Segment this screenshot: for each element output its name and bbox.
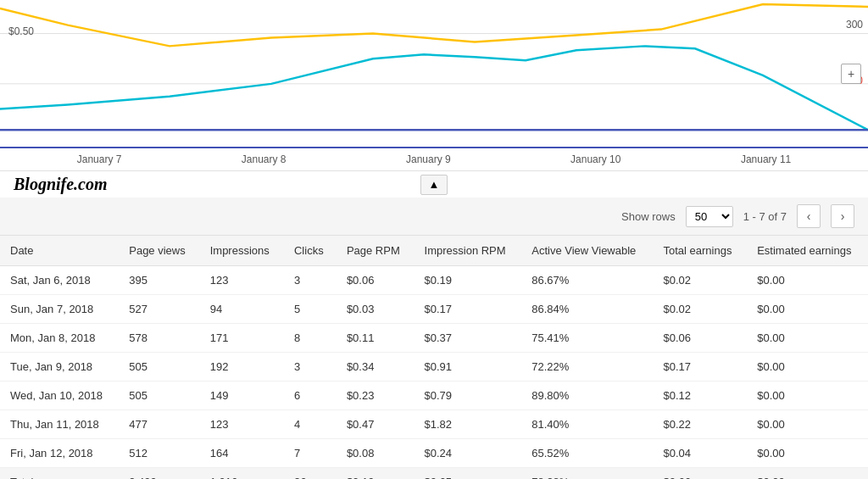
table-cell-0-4: $0.06	[337, 266, 415, 295]
table-cell-4-4: $0.23	[337, 382, 415, 410]
col-header-pageviews: Page views	[119, 236, 199, 266]
table-cell-3-0: Tue, Jan 9, 2018	[0, 353, 119, 382]
table-cell-3-6: 72.22%	[521, 353, 653, 382]
table-cell-3-4: $0.34	[337, 353, 415, 382]
table-cell-1-6: 86.84%	[521, 295, 653, 324]
table-cell-3-3: 3	[284, 353, 337, 382]
table-cell-4-2: 149	[200, 382, 284, 410]
table-cell-0-6: 86.67%	[521, 266, 653, 295]
x-axis-label-jan7: January 7	[77, 153, 122, 165]
table-cell-3-1: 505	[119, 353, 199, 382]
table-cell-4-0: Wed, Jan 10, 2018	[0, 382, 119, 410]
table-cell-6-4: $0.08	[337, 439, 415, 468]
totals-cell-3: 36	[284, 468, 337, 480]
table-row: Wed, Jan 10, 20185051496$0.23$0.7989.80%…	[0, 382, 868, 410]
data-table: Date Page views Impressions Clicks Page …	[0, 236, 868, 479]
table-row: Tue, Jan 9, 20185051923$0.34$0.9172.22%$…	[0, 353, 868, 382]
x-axis-label-jan11: January 11	[741, 153, 791, 165]
x-axis-labels: January 7 January 8 January 9 January 10…	[0, 148, 868, 171]
chart-svg	[0, 0, 868, 147]
table-cell-0-8: $0.00	[747, 266, 868, 295]
col-header-estimatedearnings: Estimated earnings	[747, 236, 868, 266]
table-cell-0-5: $0.19	[415, 266, 522, 295]
col-header-clicks: Clicks	[284, 236, 337, 266]
table-cell-5-0: Thu, Jan 11, 2018	[0, 410, 119, 439]
totals-cell-4: $0.19	[337, 468, 415, 480]
table-cell-5-1: 477	[119, 410, 199, 439]
table-cell-1-8: $0.00	[747, 295, 868, 324]
totals-cell-0: Totals	[0, 468, 119, 480]
table-cell-3-7: $0.17	[653, 353, 747, 382]
table-cell-4-1: 505	[119, 382, 199, 410]
table-row: Sat, Jan 6, 20183951233$0.06$0.1986.67%$…	[0, 266, 868, 295]
table-cell-6-8: $0.00	[747, 439, 868, 468]
table-cell-4-7: $0.12	[653, 382, 747, 410]
table-cell-2-5: $0.37	[415, 324, 522, 353]
totals-cell-5: $0.65	[415, 468, 522, 480]
table-cell-6-2: 164	[200, 439, 284, 468]
col-header-activeview: Active View Viewable	[521, 236, 653, 266]
data-table-container: Date Page views Impressions Clicks Page …	[0, 236, 868, 479]
col-header-date: Date	[0, 236, 119, 266]
table-cell-4-8: $0.00	[747, 382, 868, 410]
pagination-next-button[interactable]: ›	[831, 204, 854, 228]
table-cell-5-6: 81.40%	[521, 410, 653, 439]
table-cell-5-2: 123	[200, 410, 284, 439]
table-cell-0-0: Sat, Jan 6, 2018	[0, 266, 119, 295]
pagination-prev-button[interactable]: ‹	[797, 204, 821, 228]
y-axis-label-left: $0.50	[8, 25, 34, 37]
totals-cell-1: 3,499	[119, 468, 199, 480]
y-axis-label-right-300: 300	[846, 19, 863, 31]
brand-title: Blognife.com	[14, 175, 108, 194]
table-cell-6-0: Fri, Jan 12, 2018	[0, 439, 119, 468]
expand-button[interactable]: ▲	[420, 175, 448, 195]
table-row: Mon, Jan 8, 20185781718$0.11$0.3775.41%$…	[0, 324, 868, 353]
table-cell-5-4: $0.47	[337, 410, 415, 439]
totals-cell-7: $0.66	[653, 468, 747, 480]
chart-area: $0.50 300 150 +	[0, 0, 868, 148]
table-cell-6-7: $0.04	[653, 439, 747, 468]
table-cell-3-2: 192	[200, 353, 284, 382]
show-rows-label: Show rows	[621, 210, 676, 223]
table-cell-2-4: $0.11	[337, 324, 415, 353]
table-cell-6-3: 7	[284, 439, 337, 468]
table-cell-1-0: Sun, Jan 7, 2018	[0, 295, 119, 324]
col-header-impressions: Impressions	[200, 236, 284, 266]
x-axis-label-jan9: January 9	[406, 153, 451, 165]
branding-bar: Blognife.com ▲	[0, 171, 868, 198]
table-cell-2-1: 578	[119, 324, 199, 353]
table-cell-1-5: $0.17	[415, 295, 522, 324]
table-cell-6-1: 512	[119, 439, 199, 468]
table-toolbar: Show rows 50 25 100 1 - 7 of 7 ‹ ›	[0, 198, 868, 236]
table-cell-0-2: 123	[200, 266, 284, 295]
table-cell-2-3: 8	[284, 324, 337, 353]
table-cell-4-6: 89.80%	[521, 382, 653, 410]
totals-cell-6: 78.38%	[521, 468, 653, 480]
table-cell-0-7: $0.02	[653, 266, 747, 295]
chart-plus-button[interactable]: +	[841, 64, 861, 84]
totals-cell-2: 1,016	[200, 468, 284, 480]
table-cell-2-8: $0.00	[747, 324, 868, 353]
table-cell-4-5: $0.79	[415, 382, 522, 410]
table-row: Thu, Jan 11, 20184771234$0.47$1.8281.40%…	[0, 410, 868, 439]
table-cell-1-7: $0.02	[653, 295, 747, 324]
table-cell-1-2: 94	[200, 295, 284, 324]
table-cell-3-5: $0.91	[415, 353, 522, 382]
table-cell-3-8: $0.00	[747, 353, 868, 382]
table-row: Fri, Jan 12, 20185121647$0.08$0.2465.52%…	[0, 439, 868, 468]
pagination-info: 1 - 7 of 7	[743, 210, 787, 223]
totals-row: Totals3,4991,01636$0.19$0.6578.38%$0.66$…	[0, 468, 868, 480]
rows-per-page-select[interactable]: 50 25 100	[686, 206, 733, 227]
table-cell-1-1: 527	[119, 295, 199, 324]
table-cell-2-0: Mon, Jan 8, 2018	[0, 324, 119, 353]
table-cell-2-6: 75.41%	[521, 324, 653, 353]
table-cell-5-5: $1.82	[415, 410, 522, 439]
table-header-row: Date Page views Impressions Clicks Page …	[0, 236, 868, 266]
table-cell-2-2: 171	[200, 324, 284, 353]
table-cell-1-4: $0.03	[337, 295, 415, 324]
table-cell-5-7: $0.22	[653, 410, 747, 439]
col-header-pagerpm: Page RPM	[337, 236, 415, 266]
table-cell-6-5: $0.24	[415, 439, 522, 468]
table-cell-5-8: $0.00	[747, 410, 868, 439]
table-cell-1-3: 5	[284, 295, 337, 324]
